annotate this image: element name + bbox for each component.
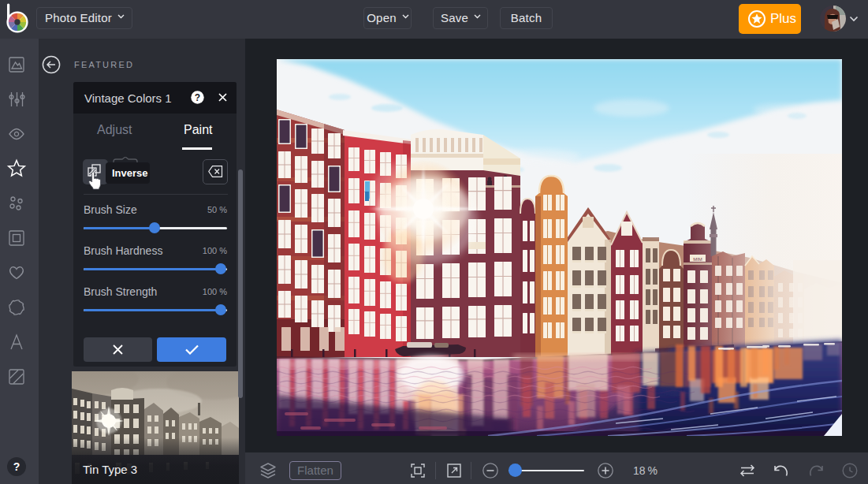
svg-text:?: ? [195,92,200,103]
svg-text:?: ? [13,460,20,473]
